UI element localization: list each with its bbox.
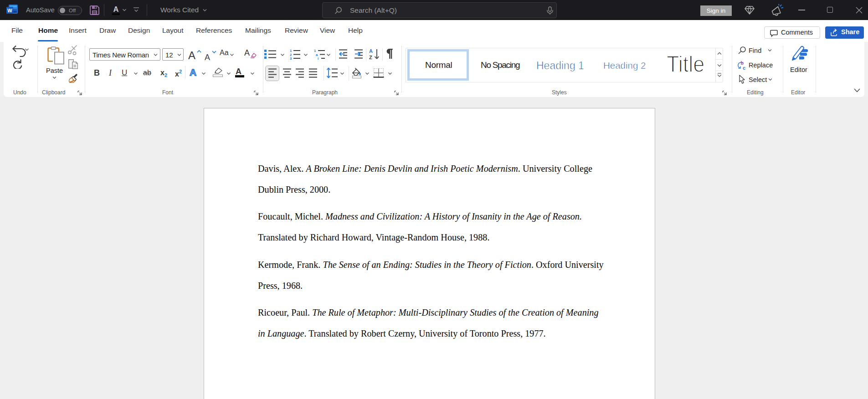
svg-text:Z: Z: [369, 55, 372, 60]
svg-text:i: i: [318, 56, 318, 60]
svg-text:A: A: [369, 48, 373, 54]
svg-text:3: 3: [290, 56, 292, 60]
svg-text:W: W: [7, 8, 12, 13]
svg-text:c: c: [743, 65, 745, 70]
